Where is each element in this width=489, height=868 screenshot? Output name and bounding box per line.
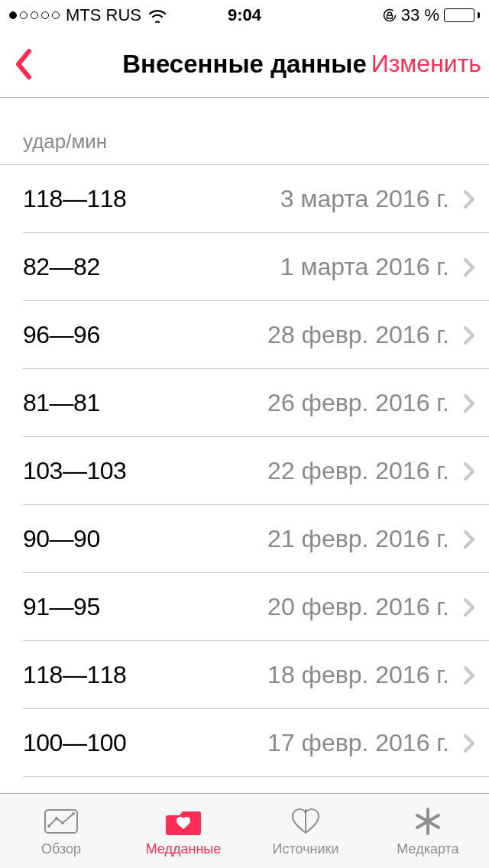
battery-icon (444, 8, 480, 22)
status-right: 33 % (383, 5, 480, 25)
chevron-right-icon (463, 326, 475, 345)
chevron-right-icon (463, 189, 475, 209)
orientation-lock-icon (383, 8, 397, 22)
row-date: 26 февр. 2016 г. (267, 389, 449, 417)
back-button[interactable] (8, 48, 38, 80)
chevron-right-icon (463, 530, 475, 549)
row-value: 103—103 (23, 457, 126, 485)
signal-strength-icon (9, 11, 60, 19)
data-row[interactable]: 118—118 18 февр. 2016 г. (0, 641, 489, 709)
chevron-right-icon (463, 598, 475, 617)
row-value: 91—95 (23, 593, 100, 621)
chart-line-icon (43, 805, 79, 838)
wifi-icon (147, 8, 167, 23)
data-row[interactable]: 81—81 26 февр. 2016 г. (0, 369, 489, 437)
status-left: MTS RUS (9, 5, 167, 25)
carrier-label: MTS RUS (66, 5, 141, 25)
tab-label: Медданные (146, 841, 222, 857)
row-date: 18 февр. 2016 г. (267, 661, 449, 689)
row-date: 17 февр. 2016 г. (267, 729, 449, 757)
svg-point-4 (61, 821, 64, 824)
row-value: 118—118 (23, 661, 126, 689)
heart-outline-icon (287, 805, 324, 838)
row-value: 96—96 (23, 321, 100, 349)
row-date: 22 февр. 2016 г. (267, 457, 449, 485)
tab-label: Обзор (41, 841, 81, 857)
clock: 9:04 (228, 5, 261, 25)
row-value: 82—82 (23, 253, 100, 281)
row-value: 100—100 (23, 729, 126, 757)
row-value: 90—90 (23, 525, 100, 553)
data-row[interactable]: 90—90 21 февр. 2016 г. (0, 505, 489, 573)
folder-heart-icon (165, 805, 202, 838)
chevron-right-icon (463, 666, 475, 685)
row-date: 28 февр. 2016 г. (267, 321, 449, 349)
battery-percent: 33 % (401, 5, 439, 25)
page-title: Внесенные данные (122, 50, 367, 79)
chevron-right-icon (463, 394, 475, 413)
data-row[interactable]: 103—103 22 февр. 2016 г. (0, 437, 489, 505)
row-value: 81—81 (23, 389, 100, 417)
tab-bar: Обзор Медданные Источники Медкарта (0, 793, 489, 868)
row-date: 3 марта 2016 г. (280, 185, 449, 213)
status-bar: MTS RUS 9:04 33 % (0, 0, 489, 31)
row-date: 21 февр. 2016 г. (267, 525, 449, 553)
tab-label: Медкарта (397, 841, 458, 857)
svg-point-2 (47, 824, 50, 828)
tab-healthdata[interactable]: Медданные (122, 794, 244, 868)
row-value: 118—118 (23, 185, 126, 213)
data-row[interactable]: 100—100 17 февр. 2016 г. (0, 709, 489, 777)
row-date: 1 марта 2016 г. (280, 253, 449, 281)
asterisk-icon (410, 805, 446, 838)
edit-button[interactable]: Изменить (371, 50, 481, 78)
tab-overview[interactable]: Обзор (0, 794, 122, 868)
tab-label: Источники (273, 841, 339, 857)
section-header-unit: удар/мин (0, 98, 489, 165)
tab-sources[interactable]: Источники (244, 794, 367, 868)
data-list: 118—118 3 марта 2016 г. 82—82 1 марта 20… (0, 165, 489, 777)
svg-point-5 (72, 812, 75, 815)
chevron-right-icon (463, 257, 475, 277)
data-row[interactable]: 91—95 20 февр. 2016 г. (0, 573, 489, 641)
chevron-right-icon (463, 734, 475, 753)
data-row[interactable]: 82—82 1 марта 2016 г. (0, 233, 489, 301)
svg-point-3 (55, 817, 58, 820)
row-date: 20 февр. 2016 г. (267, 593, 449, 621)
nav-bar: Внесенные данные Изменить (0, 31, 489, 98)
chevron-right-icon (463, 462, 475, 481)
data-row[interactable]: 96—96 28 февр. 2016 г. (0, 301, 489, 369)
chevron-left-icon (14, 48, 32, 80)
data-row[interactable]: 118—118 3 марта 2016 г. (0, 165, 489, 233)
tab-medcard[interactable]: Медкарта (367, 794, 489, 868)
